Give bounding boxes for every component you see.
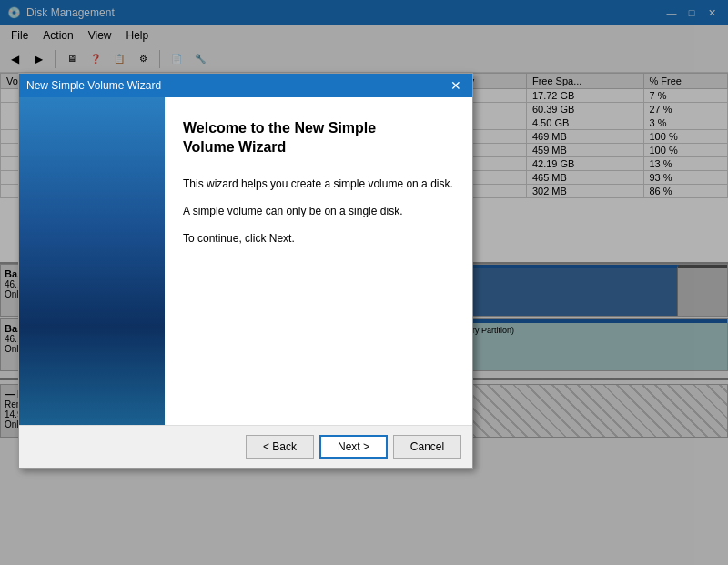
wizard-paragraph-3: To continue, click Next. <box>183 230 454 247</box>
wizard-body: Welcome to the New SimpleVolume Wizard T… <box>19 97 472 425</box>
wizard-sidebar-graphic <box>19 97 165 425</box>
wizard-paragraph-1: This wizard helps you create a simple vo… <box>183 176 454 192</box>
wizard-close-button[interactable]: ✕ <box>447 76 465 95</box>
wizard-title: New Simple Volume Wizard <box>26 79 161 92</box>
wizard-content: Welcome to the New SimpleVolume Wizard T… <box>165 97 472 425</box>
wizard-paragraph-2: A simple volume can only be on a single … <box>183 203 454 219</box>
wizard-title-bar: New Simple Volume Wizard ✕ <box>19 74 472 97</box>
wizard-next-button[interactable]: Next > <box>319 435 388 459</box>
wizard-footer: < Back Next > Cancel <box>19 425 472 468</box>
wizard-back-button[interactable]: < Back <box>246 435 314 459</box>
wizard-cancel-button[interactable]: Cancel <box>393 435 461 459</box>
wizard-heading: Welcome to the New SimpleVolume Wizard <box>183 119 454 157</box>
wizard-dialog: New Simple Volume Wizard ✕ Welcome to th… <box>18 73 473 469</box>
